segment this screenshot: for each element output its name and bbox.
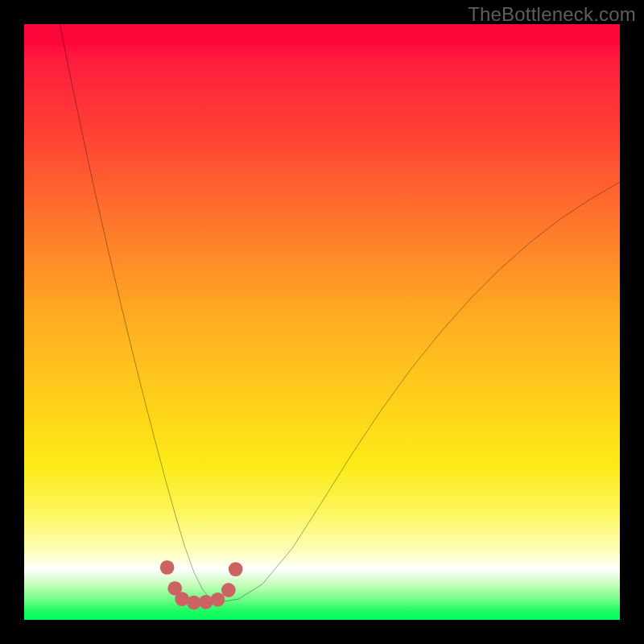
valley-dot [229,562,243,576]
valley-dot [199,595,213,609]
chart-svg [24,24,620,620]
bottleneck-curve [60,24,620,602]
plot-area [24,24,620,620]
chart-frame: TheBottleneck.com [0,0,644,644]
valley-dot [221,583,236,597]
valley-dot [160,560,175,575]
valley-dots [160,560,243,609]
valley-dot [211,592,225,607]
watermark-text: TheBottleneck.com [468,3,636,26]
